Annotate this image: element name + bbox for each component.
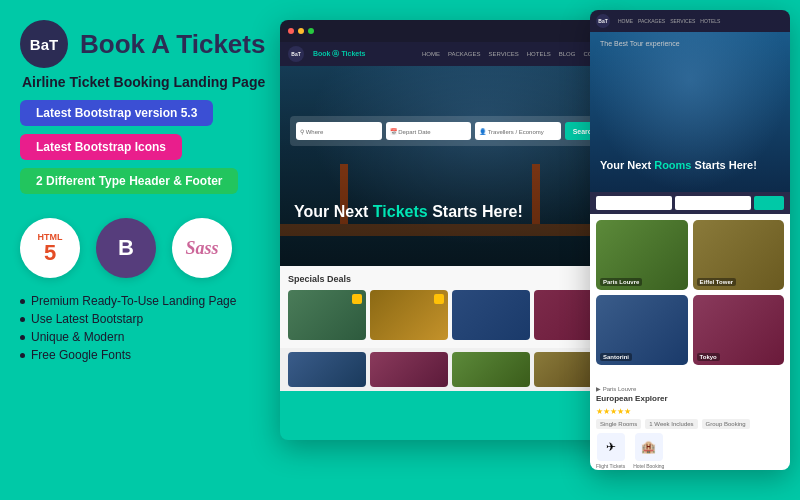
option-group: Group Booking	[702, 419, 750, 429]
right-nav-items: HOME PACKAGES SERVICES HOTELS	[618, 18, 720, 24]
feature-item-1: Premium Ready-To-Use Landing Page	[20, 294, 260, 308]
right-cards-grid: Paris Louvre Eiffel Tower Santorini Toky…	[596, 220, 784, 365]
special-card-3	[452, 290, 530, 340]
bottom-image-1	[288, 352, 366, 387]
browser-dot-green	[308, 28, 314, 34]
star-rating: ★★★★★	[596, 407, 784, 416]
right-where-field[interactable]	[596, 196, 672, 210]
right-card-3: Santorini	[596, 295, 688, 365]
detail-title: European Explorer	[596, 394, 784, 403]
card-badge	[434, 294, 444, 304]
right-hero-subtext: The Best Tour experience	[600, 40, 680, 47]
browser-dot-red	[288, 28, 294, 34]
badge-bootstrap-icons: Latest Bootstrap Icons	[20, 134, 182, 160]
right-search-bar[interactable]	[590, 192, 790, 214]
badge-bootstrap-version: Latest Bootstrap version 5.3	[20, 100, 213, 126]
detail-options: Single Rooms 1 Week Includes Group Booki…	[596, 419, 784, 429]
bottom-image-3	[452, 352, 530, 387]
feature-list: Premium Ready-To-Use Landing Page Use La…	[20, 294, 260, 362]
special-card-1	[288, 290, 366, 340]
option-week: 1 Week Includes	[645, 419, 697, 429]
nav-blog: BLOG	[559, 51, 576, 57]
mini-logo: BaT	[288, 46, 304, 62]
right-card-2: Eiffel Tower	[693, 220, 785, 290]
right-mini-logo: BaT	[596, 14, 610, 28]
option-single: Single Rooms	[596, 419, 641, 429]
nav-home: HOME	[422, 51, 440, 57]
where-field[interactable]: ⚲ Where	[296, 122, 382, 140]
hero-overlay	[280, 66, 620, 266]
right-cards-container: Paris Louvre Eiffel Tower Santorini Toky…	[590, 214, 790, 379]
specials-section: Specials Deals	[280, 266, 620, 348]
app-title: Book A Tickets	[80, 29, 265, 60]
badge-header-footer: 2 Different Type Header & Footer	[20, 168, 238, 194]
nav-services: SERVICES	[489, 51, 519, 57]
travellers-field[interactable]: 👤 Travellers / Economy	[475, 122, 561, 140]
date-field[interactable]: 📅 Depart Date	[386, 122, 472, 140]
feature-item-2: Use Latest Bootstarp	[20, 312, 260, 326]
right-card-1: Paris Louvre	[596, 220, 688, 290]
detail-action-icons: ✈ Flight Tickets 🏨 Hotel Booking	[596, 433, 784, 469]
mini-nav: HOME PACKAGES SERVICES HOTELS BLOG CONTA…	[422, 51, 612, 57]
browser-nav-bar: BaT Book ⓐ Tickets HOME PACKAGES SERVICE…	[280, 42, 620, 66]
right-hero-headline: Your Next Rooms Starts Here!	[600, 159, 780, 172]
html5-icon: HTML 5	[20, 218, 80, 278]
tech-icons-row: HTML 5 B Sass	[20, 218, 260, 278]
nav-packages: PACKAGES	[448, 51, 481, 57]
left-panel: Latest Bootstrap version 5.3 Latest Boot…	[20, 100, 260, 366]
main-container: BaT Book A Tickets Airline Ticket Bookin…	[0, 0, 800, 500]
sass-icon: Sass	[172, 218, 232, 278]
card-badge	[352, 294, 362, 304]
feature-item-4: Free Google Fonts	[20, 348, 260, 362]
right-search-button[interactable]	[754, 196, 784, 210]
special-card-2	[370, 290, 448, 340]
bottom-images	[280, 348, 620, 391]
hotel-booking-icon: 🏨 Hotel Booking	[633, 433, 664, 469]
bootstrap-icon: B	[96, 218, 156, 278]
right-browser-mockup: BaT HOME PACKAGES SERVICES HOTELS The Be…	[590, 10, 790, 470]
right-card-4: Tokyo	[693, 295, 785, 365]
right-date-field[interactable]	[675, 196, 751, 210]
feature-item-3: Unique & Modern	[20, 330, 260, 344]
hero-headline: Your Next Tickets Starts Here!	[294, 202, 606, 221]
right-detail-panel: ▶ Paris Louvre European Explorer ★★★★★ S…	[590, 379, 790, 470]
specials-title: Specials Deals	[288, 274, 612, 284]
browser-bar-main	[280, 20, 620, 42]
hero-section: ⚲ Where 📅 Depart Date 👤 Travellers / Eco…	[280, 66, 620, 266]
search-bar[interactable]: ⚲ Where 📅 Depart Date 👤 Travellers / Eco…	[290, 116, 610, 146]
right-nav-bar: BaT HOME PACKAGES SERVICES HOTELS	[590, 10, 790, 32]
browser-dot-yellow	[298, 28, 304, 34]
hero-headline-text: Your Next Tickets Starts Here!	[294, 202, 606, 221]
specials-grid	[288, 290, 612, 340]
logo: BaT	[20, 20, 68, 68]
nav-hotels: HOTELS	[527, 51, 551, 57]
bottom-image-2	[370, 352, 448, 387]
main-browser-mockup: BaT Book ⓐ Tickets HOME PACKAGES SERVICE…	[280, 20, 620, 440]
right-hero-section: The Best Tour experience Your Next Rooms…	[590, 32, 790, 192]
flight-ticket-icon: ✈ Flight Tickets	[596, 433, 625, 469]
